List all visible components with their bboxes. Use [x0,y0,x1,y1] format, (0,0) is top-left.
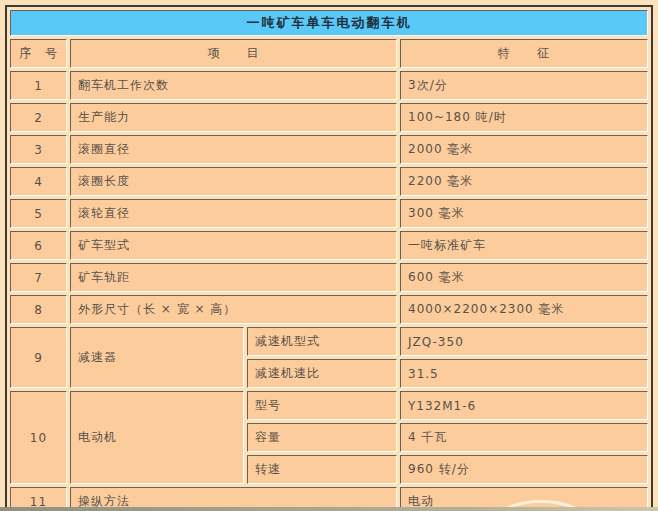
value-cell: 4000×2200×2300 毫米 [400,295,648,324]
row-number: 10 [10,391,67,484]
title-row: 一吨矿车单车电动翻车机 [10,10,648,36]
row-number: 2 [10,103,67,132]
row-number: 6 [10,231,67,260]
item-cell: 滚轮直径 [70,199,397,228]
value-cell: 100~180 吨/时 [400,103,648,132]
item-cell: 滚圈长度 [70,167,397,196]
header-row: 序 号 项 目 特 征 [10,39,648,68]
header-feature: 特 征 [400,39,648,68]
sub-item-cell: 容量 [247,423,397,452]
sub-item-cell: 减速机速比 [247,359,397,388]
item-cell: 矿车型式 [70,231,397,260]
spec-table: 一吨矿车单车电动翻车机 序 号 项 目 特 征 1 翻车机工作次数 3次/分 2… [5,5,653,511]
value-cell: 3次/分 [400,71,648,100]
value-cell: 600 毫米 [400,263,648,292]
sub-item-cell: 转速 [247,455,397,484]
table-row: 7 矿车轨距 600 毫米 [10,263,648,292]
table-row: 6 矿车型式 一吨标准矿车 [10,231,648,260]
header-serial: 序 号 [10,39,67,68]
value-cell: 一吨标准矿车 [400,231,648,260]
row-number: 3 [10,135,67,164]
table-row: 9 减速器 减速机型式 JZQ-350 [10,327,648,356]
bottom-edge-strip [0,507,658,511]
item-cell: 滚圈直径 [70,135,397,164]
table-row: 8 外形尺寸（长 × 宽 × 高） 4000×2200×2300 毫米 [10,295,648,324]
table-row: 1 翻车机工作次数 3次/分 [10,71,648,100]
value-cell: 300 毫米 [400,199,648,228]
value-cell: 31.5 [400,359,648,388]
row-number: 5 [10,199,67,228]
value-cell: JZQ-350 [400,327,648,356]
table-row: 3 滚圈直径 2000 毫米 [10,135,648,164]
table-row: 2 生产能力 100~180 吨/时 [10,103,648,132]
row-number: 7 [10,263,67,292]
sub-item-cell: 减速机型式 [247,327,397,356]
value-cell: 2200 毫米 [400,167,648,196]
item-group-cell: 电动机 [70,391,244,484]
row-number: 8 [10,295,67,324]
row-number: 4 [10,167,67,196]
item-cell: 外形尺寸（长 × 宽 × 高） [70,295,397,324]
table-row: 10 电动机 型号 Y132M1-6 [10,391,648,420]
value-cell: 4 千瓦 [400,423,648,452]
value-cell: 960 转/分 [400,455,648,484]
item-cell: 矿车轨距 [70,263,397,292]
item-cell: 生产能力 [70,103,397,132]
table-row: 5 滚轮直径 300 毫米 [10,199,648,228]
value-cell: 2000 毫米 [400,135,648,164]
sub-item-cell: 型号 [247,391,397,420]
table-row: 4 滚圈长度 2200 毫米 [10,167,648,196]
item-cell: 翻车机工作次数 [70,71,397,100]
page: 一吨矿车单车电动翻车机 序 号 项 目 特 征 1 翻车机工作次数 3次/分 2… [0,0,658,511]
item-group-cell: 减速器 [70,327,244,388]
row-number: 9 [10,327,67,388]
page-title: 一吨矿车单车电动翻车机 [10,10,648,36]
value-cell: Y132M1-6 [400,391,648,420]
row-number: 1 [10,71,67,100]
header-item: 项 目 [70,39,397,68]
